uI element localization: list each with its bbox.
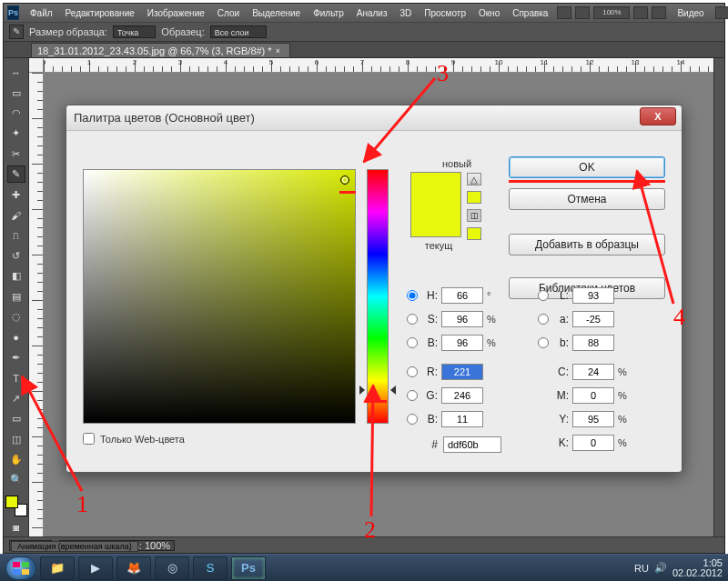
ok-button[interactable]: OK — [509, 156, 665, 178]
taskbar-skype-icon[interactable]: S — [193, 556, 228, 580]
s-radio[interactable] — [407, 314, 418, 325]
g-input[interactable] — [441, 387, 483, 404]
type-tool[interactable]: T — [7, 369, 25, 386]
marquee-tool[interactable]: ▭ — [7, 84, 25, 101]
eyedropper-tool[interactable]: ✎ — [7, 165, 25, 183]
g-radio[interactable] — [407, 390, 418, 401]
cancel-button[interactable]: Отмена — [509, 188, 665, 210]
menu-filter[interactable]: Фильтр — [308, 6, 349, 20]
gamut-warning-icon[interactable]: △ — [467, 173, 481, 185]
heal-tool[interactable]: ✚ — [7, 185, 25, 203]
history-brush-tool[interactable]: ↺ — [7, 247, 25, 265]
hex-input[interactable] — [443, 436, 501, 453]
ruler-vertical[interactable] — [29, 73, 44, 536]
shape-tool[interactable]: ▭ — [7, 410, 25, 427]
panels-collapsed[interactable] — [713, 58, 724, 536]
bb-radio[interactable] — [407, 414, 418, 425]
color-preview-swatch[interactable] — [410, 172, 461, 237]
view-extras-icon[interactable] — [575, 6, 590, 19]
k-input[interactable] — [572, 435, 614, 451]
fg-color-swatch[interactable] — [5, 496, 18, 508]
menu-view[interactable]: Просмотр — [419, 6, 471, 20]
satval-cursor-icon[interactable] — [340, 175, 349, 185]
wand-tool[interactable]: ✦ — [7, 125, 25, 142]
a-radio[interactable] — [538, 314, 549, 325]
workspace-switcher[interactable]: Видео — [670, 8, 711, 18]
menu-window[interactable]: Окно — [473, 6, 505, 20]
add-swatch-button[interactable]: Добавить в образцы — [509, 234, 665, 255]
r-radio[interactable] — [407, 366, 418, 377]
web-colors-checkbox[interactable] — [83, 433, 95, 445]
current-color-swatch[interactable] — [411, 205, 460, 236]
timeline-panel-tab[interactable]: Анимация (временная шкала) — [11, 541, 138, 552]
tray-clock[interactable]: 1:05 02.02.2012 — [672, 558, 723, 578]
menu-3d[interactable]: 3D — [394, 6, 417, 20]
m-input[interactable] — [572, 387, 614, 404]
menu-layers[interactable]: Слои — [212, 6, 245, 20]
ruler-horizontal[interactable]: 0123456789101112131415 — [44, 58, 713, 73]
h-input[interactable] — [441, 287, 483, 304]
websafe-warning-icon[interactable]: ◫ — [467, 209, 481, 222]
menu-image[interactable]: Изображение — [142, 6, 210, 20]
brush-tool[interactable]: 🖌 — [7, 206, 25, 224]
s-input[interactable] — [441, 311, 483, 327]
gradient-tool[interactable]: ▤ — [7, 287, 25, 305]
menu-select[interactable]: Выделение — [247, 6, 306, 20]
menu-analysis[interactable]: Анализ — [351, 6, 393, 20]
saturation-value-field[interactable] — [83, 169, 356, 424]
close-button[interactable]: X — [640, 107, 676, 125]
launch-bridge-icon[interactable] — [557, 6, 571, 19]
tray-lang[interactable]: RU — [634, 563, 649, 574]
l-radio[interactable] — [538, 290, 549, 301]
stamp-tool[interactable]: ⎍ — [7, 226, 25, 244]
hand-tool[interactable]: ✋ — [7, 451, 25, 468]
bv-radio[interactable] — [407, 337, 418, 348]
start-button[interactable] — [5, 556, 36, 580]
path-tool[interactable]: ↗ — [7, 390, 25, 407]
dodge-tool[interactable]: ● — [7, 328, 25, 346]
crop-tool[interactable]: ✂ — [7, 145, 25, 163]
system-tray[interactable]: RU 🔊 1:05 02.02.2012 — [634, 558, 723, 578]
gamut-swatch-icon[interactable] — [467, 191, 481, 204]
bv-input[interactable] — [441, 335, 483, 351]
screenmode-icon[interactable] — [652, 6, 666, 19]
web-colors-checkbox-row[interactable]: Только Web-цвета — [83, 433, 185, 445]
b-input[interactable] — [572, 335, 614, 351]
eyedropper-tool-icon[interactable] — [9, 25, 24, 39]
sample-size-dropdown[interactable]: Точка — [113, 25, 156, 38]
quickmask-tool[interactable]: ◙ — [7, 519, 25, 536]
menu-edit[interactable]: Редактирование — [60, 6, 140, 20]
tray-flag-icon[interactable]: 🔊 — [654, 562, 667, 574]
taskbar-explorer-icon[interactable]: 📁 — [40, 556, 75, 580]
taskbar-media-icon[interactable]: ▶ — [78, 556, 113, 580]
close-tab-icon[interactable]: × — [276, 46, 280, 55]
menu-file[interactable]: Файл — [25, 6, 58, 20]
3d-tool[interactable]: ◫ — [7, 430, 25, 447]
taskbar-photoshop-icon[interactable]: Ps — [231, 556, 266, 580]
zoom-dd[interactable]: 100% — [593, 6, 630, 19]
zoom-tool[interactable]: 🔍 — [7, 471, 25, 488]
sample-layers-dropdown[interactable]: Все слои — [210, 25, 267, 38]
h-radio[interactable] — [407, 290, 418, 301]
menu-help[interactable]: Справка — [507, 6, 553, 20]
taskbar-chrome-icon[interactable]: ◎ — [155, 556, 189, 580]
taskbar-firefox-icon[interactable]: 🦊 — [116, 556, 151, 580]
fg-bg-swatch[interactable] — [5, 496, 27, 516]
y-input[interactable] — [572, 411, 614, 427]
c-input[interactable] — [572, 364, 614, 380]
l-input[interactable] — [572, 287, 614, 304]
arrange-icon[interactable] — [633, 6, 648, 19]
workspace-chevron-icon[interactable] — [715, 6, 728, 19]
pen-tool[interactable]: ✒ — [7, 349, 25, 366]
eraser-tool[interactable]: ◧ — [7, 267, 25, 285]
move-tool[interactable]: ↔ — [7, 64, 25, 81]
hue-slider[interactable] — [367, 169, 389, 424]
a-input[interactable] — [572, 311, 614, 327]
blur-tool[interactable]: ◌ — [7, 308, 25, 326]
r-input[interactable] — [441, 364, 483, 380]
lasso-tool[interactable]: ◠ — [7, 105, 25, 122]
bb-input[interactable] — [441, 411, 483, 427]
b-radio[interactable] — [538, 337, 549, 348]
document-tab[interactable]: 18_31.01.2012_23.43.05.jpg @ 66,7% (3, R… — [31, 43, 290, 57]
dialog-titlebar[interactable]: Палитра цветов (Основной цвет) X — [66, 105, 682, 131]
